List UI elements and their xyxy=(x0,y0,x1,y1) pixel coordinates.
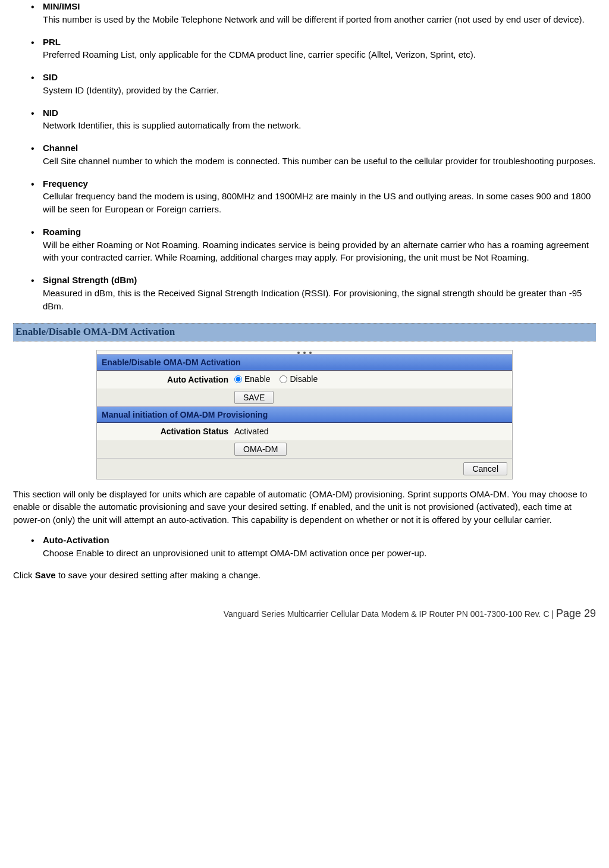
paragraph-save: Click Save to save your desired setting … xyxy=(13,569,596,582)
definition-item: Signal Strength (dBm)Measured in dBm, th… xyxy=(31,274,596,312)
definition-desc: Cell Site channel number to which the mo… xyxy=(43,155,596,168)
definition-term: Signal Strength (dBm) xyxy=(43,275,137,285)
definition-desc: Will be either Roaming or Not Roaming. R… xyxy=(43,239,596,265)
definition-desc: System ID (Identity), provided by the Ca… xyxy=(43,84,596,97)
panel-title-bar: Enable/Disable OMA-DM Activation xyxy=(97,354,512,371)
definition-item: RoamingWill be either Roaming or Not Roa… xyxy=(31,225,596,264)
footer-text: Vanguard Series Multicarrier Cellular Da… xyxy=(224,609,550,619)
definition-term: Auto-Activation xyxy=(43,535,109,545)
definition-term: SID xyxy=(43,72,58,82)
disable-radio-label: Disable xyxy=(290,373,318,385)
definition-term: Frequency xyxy=(43,178,88,189)
definition-item: ChannelCell Site channel number to which… xyxy=(31,142,596,168)
disable-radio[interactable] xyxy=(280,375,287,383)
definition-term: Roaming xyxy=(43,227,81,237)
enable-radio-wrap[interactable]: Enable xyxy=(234,373,271,385)
definition-item: SIDSystem ID (Identity), provided by the… xyxy=(31,71,596,97)
activation-status-label: Activation Status xyxy=(97,423,231,440)
definition-term: MIN/IMSI xyxy=(43,1,80,11)
section-heading: Enable/Disable OMA-DM Activation xyxy=(13,323,596,341)
oma-dm-panel-wrapper: Enable/Disable OMA-DM Activation Auto Ac… xyxy=(13,350,596,480)
definition-desc: Network Identifier, this is supplied aut… xyxy=(43,119,596,132)
definition-list: MIN/IMSIThis number is used by the Mobil… xyxy=(13,0,596,312)
definition-desc: Choose Enable to direct an unprovisioned… xyxy=(43,547,596,560)
definition-term: Channel xyxy=(43,143,78,153)
p2-bold: Save xyxy=(35,570,56,580)
disable-radio-wrap[interactable]: Disable xyxy=(280,373,318,385)
definition-desc: Measured in dBm, this is the Received Si… xyxy=(43,287,596,313)
footer-page: Page 29 xyxy=(556,607,596,619)
p2-post: to save your desired setting after makin… xyxy=(56,570,260,580)
cancel-button[interactable] xyxy=(463,462,507,475)
panel-title-bar-2: Manual initiation of OMA-DM Provisioning xyxy=(97,406,512,423)
definition-list-2: Auto-ActivationChoose Enable to direct a… xyxy=(13,534,596,560)
auto-activation-label: Auto Activation xyxy=(97,371,231,388)
paragraph-oma-explanation: This section will only be displayed for … xyxy=(13,488,596,527)
definition-item: Auto-ActivationChoose Enable to direct a… xyxy=(31,534,596,560)
definition-term: NID xyxy=(43,108,58,118)
enable-radio-label: Enable xyxy=(244,373,271,385)
definition-desc: This number is used by the Mobile Teleph… xyxy=(43,13,596,26)
page-footer: Vanguard Series Multicarrier Cellular Da… xyxy=(13,606,596,621)
enable-radio[interactable] xyxy=(234,375,242,383)
p2-pre: Click xyxy=(13,570,35,580)
definition-item: MIN/IMSIThis number is used by the Mobil… xyxy=(31,0,596,26)
oma-dm-panel: Enable/Disable OMA-DM Activation Auto Ac… xyxy=(96,350,513,480)
save-button[interactable] xyxy=(234,391,274,404)
definition-item: FrequencyCellular frequency band the mod… xyxy=(31,177,596,216)
definition-desc: Cellular frequency band the modem is usi… xyxy=(43,190,596,216)
definition-item: NIDNetwork Identifier, this is supplied … xyxy=(31,106,596,133)
activation-status-value: Activated xyxy=(231,423,512,440)
omadm-button[interactable] xyxy=(234,443,287,456)
definition-item: PRLPreferred Roaming List, only applicab… xyxy=(31,36,596,62)
definition-term: PRL xyxy=(43,37,61,47)
footer-sep: | xyxy=(550,609,556,619)
definition-desc: Preferred Roaming List, only applicable … xyxy=(43,48,596,61)
